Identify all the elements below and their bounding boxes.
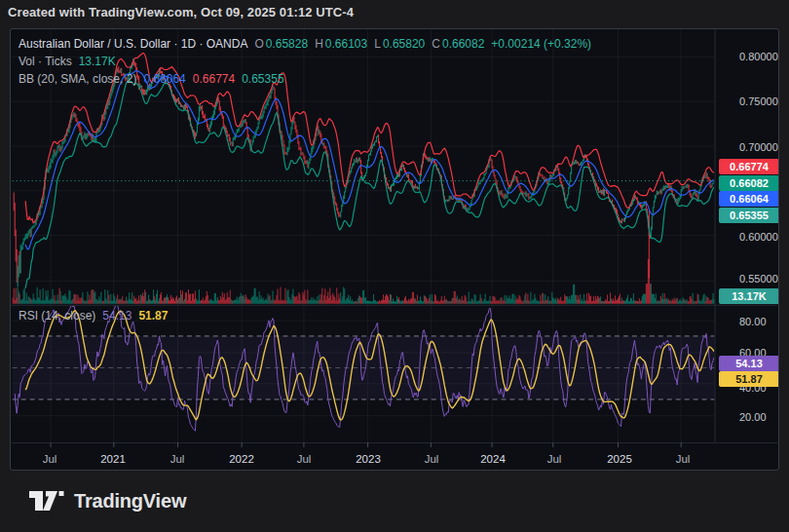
chart-panel: Australian Dollar / U.S. Dollar · 1D · O…	[10, 28, 779, 471]
attribution-text: Created with TradingView.com, Oct 09, 20…	[8, 5, 354, 19]
tradingview-logo-link[interactable]: TradingView	[29, 490, 186, 513]
chart-canvas[interactable]	[11, 29, 778, 470]
tradingview-logo-icon	[29, 491, 64, 513]
tradingview-logo-text: TradingView	[74, 490, 186, 513]
